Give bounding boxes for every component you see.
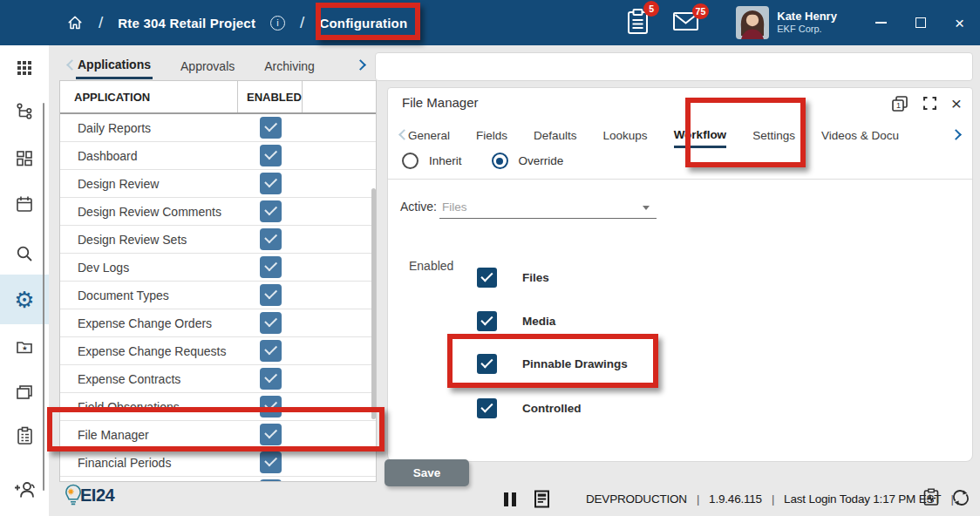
- pause-icon[interactable]: [504, 492, 516, 506]
- table-row[interactable]: Expense Contracts: [60, 365, 376, 393]
- column-header-enabled: ENABLED: [238, 81, 303, 112]
- clipboard-list-icon[interactable]: [0, 418, 49, 453]
- search-icon[interactable]: [0, 236, 49, 271]
- enabled-checkbox[interactable]: [260, 256, 282, 278]
- table-row[interactable]: Document Types: [60, 282, 376, 309]
- table-row[interactable]: Dashboard: [60, 142, 376, 170]
- enabled-checkbox[interactable]: [260, 228, 282, 250]
- apps-grid-icon[interactable]: [0, 51, 49, 85]
- settings-gear-icon[interactable]: ⚙: [0, 282, 49, 317]
- application-name: Expense Contracts: [60, 372, 260, 386]
- active-field-label: Active:: [400, 200, 437, 214]
- info-icon[interactable]: i: [270, 16, 285, 31]
- user-info[interactable]: Kate Henry EKF Corp.: [777, 10, 837, 36]
- enabled-item: Controlled: [477, 398, 582, 418]
- documents-notification-button[interactable]: 5: [626, 8, 650, 38]
- user-company: EKF Corp.: [777, 24, 837, 36]
- document-lines-icon[interactable]: [534, 490, 550, 508]
- enabled-item: Files: [477, 268, 549, 288]
- files-label: Files: [522, 271, 549, 284]
- enabled-checkbox[interactable]: [260, 117, 282, 139]
- application-name: Document Types: [60, 289, 260, 302]
- panel-tabs-scroll-right-icon[interactable]: [950, 129, 962, 140]
- table-row[interactable]: Design Review: [60, 170, 376, 198]
- fullscreen-icon[interactable]: [922, 96, 937, 111]
- left-panel-tabs: Applications Approvals Archiving: [59, 49, 377, 80]
- table-row-file-manager[interactable]: File Manager: [60, 421, 376, 449]
- svg-text:1: 1: [896, 101, 901, 110]
- sidebar-scrollbar[interactable]: [43, 103, 44, 491]
- table-row[interactable]: Field Observations: [60, 393, 376, 421]
- applications-table: APPLICATION ENABLED Daily Reports Dashbo…: [59, 80, 377, 482]
- application-name: Daily Reports: [60, 121, 260, 135]
- tab-defaults[interactable]: Defaults: [534, 122, 577, 146]
- override-radio[interactable]: [492, 153, 508, 169]
- sync-icon[interactable]: [952, 489, 970, 510]
- table-row[interactable]: Expense Change Requests: [60, 337, 376, 365]
- enabled-checkbox[interactable]: [260, 312, 282, 334]
- table-row[interactable]: Dev Logs: [60, 254, 376, 282]
- messages-notification-button[interactable]: 75: [672, 10, 699, 36]
- top-bar: / Rte 304 Retail Project i / Configurati…: [0, 0, 980, 45]
- files-checkbox[interactable]: [477, 268, 497, 288]
- version-label: 1.9.46.115: [709, 492, 762, 506]
- inherit-radio[interactable]: [402, 153, 419, 169]
- home-icon[interactable]: [66, 14, 84, 31]
- pinnable-drawings-checkbox[interactable]: [477, 354, 497, 374]
- breadcrumb-page[interactable]: Configuration: [319, 16, 407, 31]
- column-header-application: APPLICATION: [60, 81, 238, 112]
- breadcrumb: / Rte 304 Retail Project i / Configurati…: [66, 13, 407, 32]
- popout-window-icon[interactable]: 1: [891, 95, 909, 112]
- table-row[interactable]: Design Review Sets: [60, 226, 376, 254]
- controlled-checkbox[interactable]: [477, 398, 497, 418]
- tab-lookups[interactable]: Lookups: [603, 122, 648, 146]
- tab-approvals[interactable]: Approvals: [179, 51, 236, 78]
- minimize-button[interactable]: [875, 22, 887, 24]
- tab-archiving[interactable]: Archiving: [262, 51, 316, 78]
- tabs-scroll-right-icon[interactable]: [355, 59, 366, 71]
- workflow-tree-icon[interactable]: [0, 94, 49, 129]
- tab-settings[interactable]: Settings: [752, 122, 795, 146]
- table-row[interactable]: Expense Change Orders: [60, 309, 376, 337]
- close-window-button[interactable]: ×: [955, 15, 964, 31]
- menu-lines-icon[interactable]: [471, 492, 487, 506]
- enabled-checkbox[interactable]: [260, 340, 282, 362]
- save-button[interactable]: Save: [385, 459, 469, 486]
- add-person-icon[interactable]: [0, 472, 49, 507]
- dashboard-icon[interactable]: [0, 141, 49, 176]
- active-dropdown[interactable]: [439, 198, 657, 219]
- folders-icon[interactable]: [0, 375, 49, 410]
- table-row[interactable]: Daily Reports: [60, 114, 376, 142]
- enabled-checkbox[interactable]: [260, 452, 282, 473]
- favorites-folder-icon[interactable]: ★: [0, 329, 49, 364]
- enabled-checkbox[interactable]: [260, 145, 282, 166]
- enabled-checkbox[interactable]: [260, 284, 282, 306]
- avatar[interactable]: [736, 6, 769, 39]
- breadcrumb-separator: /: [99, 13, 103, 32]
- tab-workflow[interactable]: Workflow: [674, 121, 727, 148]
- active-dropdown-value[interactable]: Files: [442, 200, 467, 214]
- chevron-down-icon[interactable]: [643, 206, 650, 210]
- table-row[interactable]: Financial Periods: [60, 449, 376, 477]
- maximize-button[interactable]: [915, 17, 926, 28]
- enabled-checkbox[interactable]: [260, 200, 282, 222]
- activity-report-icon[interactable]: [922, 488, 940, 510]
- tab-fields[interactable]: Fields: [476, 122, 507, 146]
- media-checkbox[interactable]: [477, 311, 497, 331]
- enabled-checkbox[interactable]: [260, 173, 282, 194]
- close-panel-icon[interactable]: ×: [951, 94, 962, 112]
- enabled-checkbox[interactable]: [260, 424, 282, 445]
- tab-applications[interactable]: Applications: [76, 50, 153, 79]
- calendar-icon[interactable]: [0, 187, 49, 221]
- tab-general[interactable]: General: [408, 122, 450, 146]
- breadcrumb-project[interactable]: Rte 304 Retail Project: [118, 16, 255, 31]
- enabled-checkbox[interactable]: [260, 396, 282, 418]
- enabled-checkbox[interactable]: [260, 368, 282, 390]
- table-scrollbar[interactable]: [371, 188, 376, 419]
- mode-selector: Inherit Override: [402, 153, 582, 169]
- table-row[interactable]: Design Review Comments: [60, 198, 376, 226]
- tab-videos-docs[interactable]: Videos & Docu: [821, 122, 899, 146]
- table-row-partial[interactable]: [60, 477, 376, 482]
- last-login-label: Last Login Today 1:17 PM EST: [784, 492, 941, 506]
- enabled-checkbox[interactable]: [260, 479, 282, 482]
